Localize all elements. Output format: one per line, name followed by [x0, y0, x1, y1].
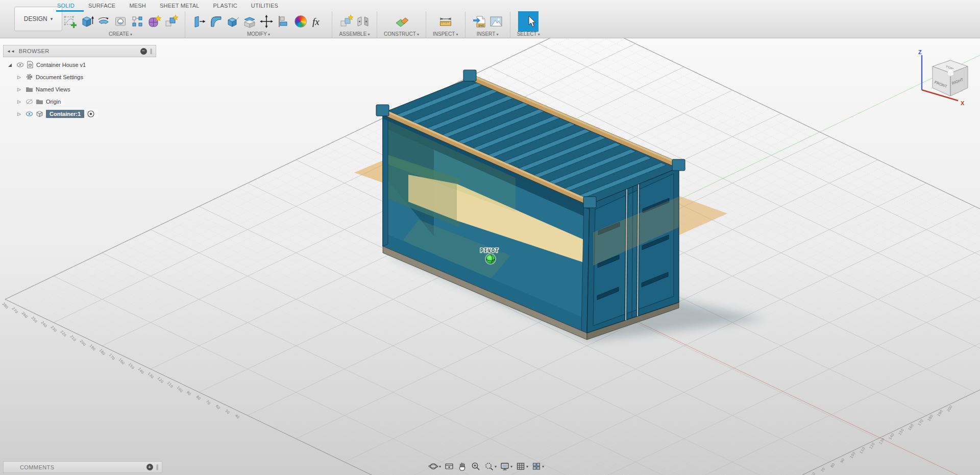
measure-icon[interactable] [438, 14, 453, 29]
front-left-post [383, 113, 388, 246]
create-sketch-icon[interactable] [63, 14, 77, 29]
chamfer-icon[interactable] [226, 14, 240, 29]
construction-plane-icon[interactable] [395, 14, 409, 29]
top-toolbar: DESIGN SOLID SURFACE MESH SHEET METAL PL… [0, 0, 980, 38]
toolbar-groups: CREATE [56, 12, 547, 38]
tree-item-container-selected[interactable]: ▷ Container:1 [3, 108, 156, 119]
add-comment-icon[interactable]: + [146, 464, 153, 470]
group-select: SELECT [510, 12, 547, 37]
insert-svg-icon[interactable]: SVG [472, 14, 486, 29]
activate-component-radio-icon[interactable] [87, 110, 95, 118]
joint-icon[interactable] [356, 14, 370, 29]
orbit-icon [428, 461, 438, 471]
display-settings-button[interactable]: ▾ [499, 461, 513, 472]
fillet-icon[interactable] [209, 14, 223, 29]
group-label-inspect[interactable]: INSPECT [433, 31, 458, 37]
look-at-button[interactable] [444, 461, 455, 472]
group-insert: SVG INSERT [465, 12, 510, 37]
tab-surface[interactable]: SURFACE [88, 3, 115, 9]
change-parameters-icon[interactable]: fx [311, 14, 325, 29]
group-construct: CONSTRUCT [377, 12, 426, 37]
press-pull-icon[interactable] [192, 14, 206, 29]
window-zoom-icon [484, 461, 494, 471]
expand-arrow-icon[interactable]: ▷ [17, 87, 24, 92]
window-zoom-button[interactable]: ▾ [483, 461, 497, 472]
tree-item-label[interactable]: Named Views [36, 86, 70, 92]
move-copy-icon[interactable] [259, 14, 274, 29]
pan-button[interactable] [457, 461, 468, 472]
viewcube-x-label: X [961, 100, 965, 106]
tree-item-named-views[interactable]: ▷ Named Views [3, 84, 156, 94]
grid-settings-button[interactable]: ▾ [515, 461, 529, 472]
align-icon[interactable] [276, 14, 290, 29]
dropdown-caret-icon[interactable]: ▾ [526, 464, 528, 469]
tree-item-document-settings[interactable]: ▷ Document Settings [3, 72, 156, 82]
group-label-construct[interactable]: CONSTRUCT [384, 31, 419, 37]
workspace-selector-button[interactable]: DESIGN [14, 7, 62, 31]
create-form-icon[interactable] [147, 14, 161, 29]
extrude-icon[interactable] [80, 14, 94, 29]
toolbar-tabs: SOLID SURFACE MESH SHEET METAL PLASTIC U… [57, 1, 278, 10]
tree-item-label[interactable]: Origin [46, 99, 61, 105]
select-icon[interactable] [518, 11, 538, 32]
expand-arrow-icon[interactable]: ◢ [8, 62, 15, 67]
revolve-icon[interactable] [96, 14, 111, 29]
tree-item-root[interactable]: ◢ Container House v1 [3, 59, 156, 70]
visibility-eye-icon[interactable] [16, 62, 24, 68]
zoom-button[interactable] [470, 461, 481, 472]
rectangular-pattern-icon[interactable] [130, 14, 144, 29]
group-label-create[interactable]: CREATE [109, 31, 132, 37]
panel-drag-handle[interactable]: ∥ [156, 464, 159, 470]
group-label-insert[interactable]: INSERT [477, 31, 499, 37]
tree-item-origin[interactable]: ▷ Origin [3, 96, 156, 107]
tab-solid[interactable]: SOLID [57, 3, 75, 9]
browser-header[interactable]: ◄◄ BROWSER − ∥ [3, 45, 156, 57]
tree-item-label[interactable]: Document Settings [36, 74, 83, 80]
tab-mesh[interactable]: MESH [129, 3, 146, 9]
dropdown-caret-icon[interactable]: ▾ [542, 464, 544, 469]
tab-sheet-metal[interactable]: SHEET METAL [160, 3, 200, 9]
expand-arrow-icon[interactable]: ▷ [17, 99, 24, 104]
tree-item-label[interactable]: Container House v1 [36, 62, 86, 68]
panel-drag-handle[interactable]: ∥ [150, 48, 153, 55]
grid-icon [516, 461, 526, 471]
combine-bodies-icon[interactable] [164, 14, 178, 29]
dropdown-caret-icon[interactable]: ▾ [495, 464, 497, 469]
group-modify: fx MODIFY [185, 12, 332, 37]
minimize-panel-icon[interactable]: − [140, 48, 147, 55]
group-label-modify[interactable]: MODIFY [247, 31, 270, 37]
visibility-off-eye-icon[interactable] [26, 99, 33, 105]
comments-title: COMMENTS [20, 464, 146, 470]
expand-arrow-icon[interactable]: ▷ [17, 111, 24, 116]
pivot-label: PIVOT [480, 247, 499, 253]
visibility-eye-icon[interactable] [26, 111, 33, 117]
tab-utilities[interactable]: UTILITIES [251, 3, 278, 9]
look-at-icon [444, 461, 454, 471]
comments-panel[interactable]: COMMENTS + ∥ [3, 461, 162, 473]
new-component-icon[interactable] [339, 14, 353, 29]
appearance-icon[interactable] [295, 15, 307, 28]
group-label-assemble[interactable]: ASSEMBLE [339, 31, 370, 37]
folder-icon [36, 98, 43, 105]
viewports-icon [531, 461, 542, 471]
pan-hand-icon [457, 461, 468, 471]
svg-text:SVG: SVG [478, 23, 484, 27]
canvas-icon[interactable] [489, 14, 503, 29]
expand-arrow-icon[interactable]: ▷ [17, 75, 24, 80]
dropdown-caret-icon[interactable]: ▾ [439, 464, 441, 469]
fusion-360-window: PIVOT Z X TOP FRONT RIGHT 28027026025024… [0, 0, 980, 475]
hole-icon[interactable] [113, 14, 128, 29]
tree-item-label[interactable]: Container:1 [46, 110, 84, 118]
pivot-ball[interactable] [486, 255, 495, 264]
orbit-button[interactable]: ▾ [428, 461, 442, 472]
group-label-select[interactable]: SELECT [517, 31, 540, 37]
dropdown-caret-icon[interactable]: ▾ [510, 464, 512, 469]
display-settings-icon [500, 461, 510, 471]
shell-icon[interactable] [242, 14, 257, 29]
group-inspect: INSPECT [426, 12, 465, 37]
viewports-button[interactable]: ▾ [531, 461, 545, 472]
browser-title: BROWSER [19, 48, 140, 54]
collapse-panel-icon[interactable]: ◄◄ [7, 49, 15, 54]
tab-plastic[interactable]: PLASTIC [213, 3, 237, 9]
browser-panel: ◄◄ BROWSER − ∥ ◢ Container House v1 ▷ [3, 45, 156, 121]
